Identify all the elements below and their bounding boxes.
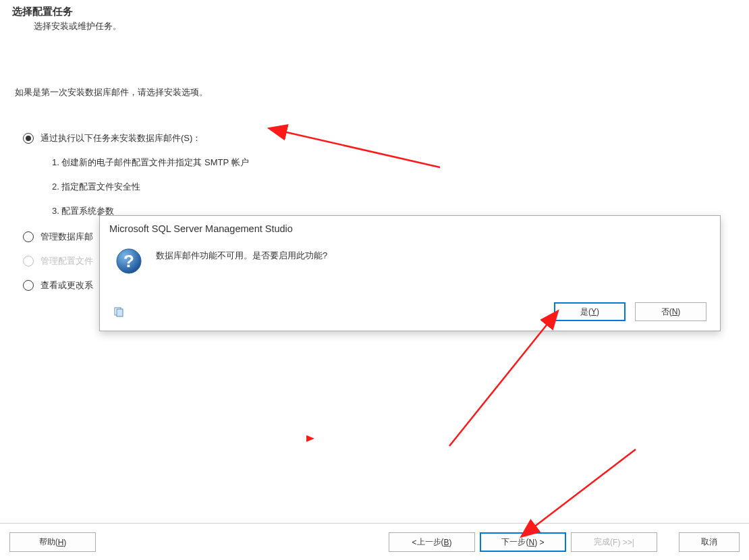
yes-suffix: )	[597, 307, 599, 316]
radio-label-manage-profile: 管理配置文件	[40, 255, 93, 267]
help-suffix: )	[63, 538, 66, 547]
help-prefix: 帮助(	[39, 536, 58, 548]
install-sub-list: 1. 创建新的电子邮件配置文件并指定其 SMTP 帐户 2. 指定配置文件安全性…	[52, 157, 734, 217]
page-title: 选择配置任务	[12, 5, 737, 18]
back-key: B	[444, 538, 449, 547]
question-icon: ?	[115, 248, 142, 275]
radio-icon	[23, 133, 34, 144]
page-subtitle: 选择安装或维护任务。	[34, 20, 737, 32]
svg-text:?: ?	[123, 251, 134, 271]
yes-prefix: 是(	[580, 306, 591, 318]
radio-label-view-change: 查看或更改系	[40, 279, 93, 291]
svg-line-6	[449, 323, 549, 446]
sub-item-2: 2. 指定配置文件安全性	[52, 181, 734, 193]
dialog-title: Microsoft SQL Server Management Studio	[100, 216, 720, 240]
yes-key: Y	[591, 307, 597, 316]
next-prefix: 下一步(	[501, 536, 528, 548]
no-prefix: 否(	[661, 306, 672, 318]
intro-text: 如果是第一次安装数据库邮件，请选择安装选项。	[15, 86, 734, 99]
dialog-yes-button[interactable]: 是(Y)	[554, 302, 626, 321]
finish-suffix: ) >>|	[617, 538, 634, 547]
radio-label-manage-db: 管理数据库邮	[40, 231, 93, 243]
next-suffix: ) >	[534, 538, 544, 547]
back-suffix: )	[449, 538, 452, 547]
no-suffix: )	[677, 307, 680, 316]
footer-divider	[0, 523, 749, 524]
svg-line-7	[533, 449, 636, 528]
dialog-no-button[interactable]: 否(N)	[635, 302, 706, 321]
svg-marker-8	[306, 435, 314, 442]
finish-prefix: 完成(	[594, 536, 613, 548]
radio-label-install: 通过执行以下任务来安装数据库邮件(S)：	[40, 132, 201, 144]
dialog-message: 数据库邮件功能不可用。是否要启用此功能?	[156, 248, 327, 262]
svg-rect-3	[117, 309, 123, 316]
sub-item-1: 1. 创建新的电子邮件配置文件并指定其 SMTP 帐户	[52, 157, 734, 169]
back-arrow: <	[412, 538, 416, 547]
help-key: H	[58, 538, 64, 547]
no-key: N	[672, 307, 678, 316]
finish-key: F	[613, 538, 617, 547]
radio-option-install[interactable]: 通过执行以下任务来安装数据库邮件(S)：	[23, 132, 734, 144]
next-button[interactable]: 下一步(N) >	[480, 532, 566, 552]
copy-icon[interactable]	[113, 306, 124, 317]
next-key: N	[528, 538, 534, 547]
help-button[interactable]: 帮助(H)	[9, 532, 96, 552]
radio-icon	[23, 231, 34, 242]
finish-button: 完成(F) >>|	[571, 532, 657, 552]
radio-icon	[23, 256, 34, 267]
radio-icon	[23, 280, 34, 291]
back-button[interactable]: < 上一步(B)	[389, 532, 475, 552]
confirm-dialog: Microsoft SQL Server Management Studio ?…	[99, 215, 721, 331]
back-prefix: 上一步(	[417, 536, 444, 548]
cancel-button[interactable]: 取消	[679, 532, 740, 552]
